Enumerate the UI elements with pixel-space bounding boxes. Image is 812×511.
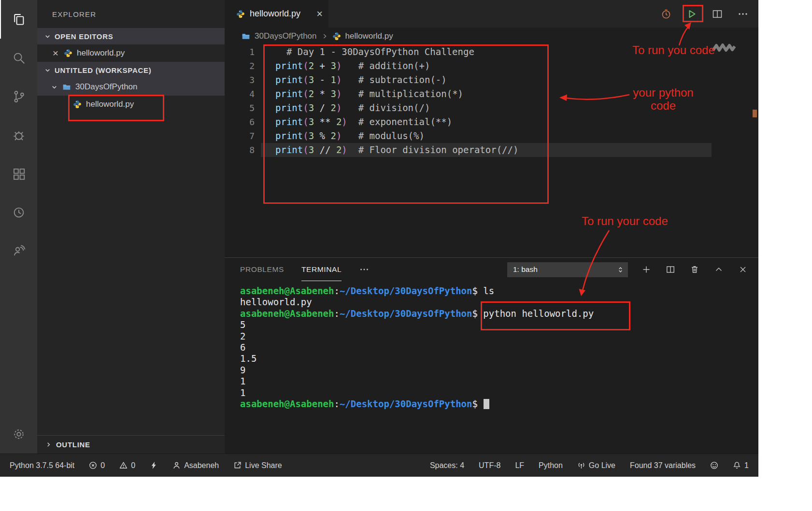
close-panel-icon[interactable] bbox=[738, 265, 748, 274]
status-bar: Python 3.7.5 64-bit00AsabenehLive Share … bbox=[0, 454, 758, 477]
python-file-icon bbox=[332, 32, 341, 41]
panel-actions bbox=[641, 265, 748, 274]
line-number: 5 bbox=[225, 101, 261, 115]
status-feedback-smiley[interactable] bbox=[710, 461, 718, 469]
clock-icon[interactable] bbox=[0, 193, 37, 232]
status-language-mode-label: Python bbox=[539, 461, 563, 470]
tab-helloworld[interactable]: helloworld.py × bbox=[225, 0, 328, 28]
error-icon bbox=[89, 461, 97, 469]
status-indentation[interactable]: Spaces: 4 bbox=[430, 461, 464, 470]
status-go-live[interactable]: Go Live bbox=[577, 461, 615, 470]
chevron-right-icon bbox=[321, 33, 328, 40]
code-line[interactable]: 2print(2 + 3) # addition(+) bbox=[225, 59, 758, 73]
lightning-icon bbox=[150, 461, 158, 469]
open-editors-label: OPEN EDITORS bbox=[55, 32, 113, 41]
code-lines: 1 # Day 1 - 30DaysOfPython Challenge2pri… bbox=[225, 45, 758, 157]
debug-icon[interactable] bbox=[0, 116, 37, 155]
breadcrumb-folder[interactable]: 30DaysOfPython bbox=[255, 31, 317, 41]
code-line[interactable]: 3print(3 - 1) # subtraction(-) bbox=[225, 73, 758, 87]
tab-problems[interactable]: PROBLEMS bbox=[240, 258, 284, 281]
status-variables-found[interactable]: Found 37 variables bbox=[630, 461, 696, 470]
status-eol-label: LF bbox=[515, 461, 524, 470]
search-icon[interactable] bbox=[0, 39, 37, 77]
code-editor[interactable]: 1 # Day 1 - 30DaysOfPython Challenge2pri… bbox=[225, 45, 758, 257]
terminal-line: 2 bbox=[240, 331, 758, 342]
status-indentation-label: Spaces: 4 bbox=[430, 461, 464, 470]
code-line[interactable]: 6print(3 ** 2) # exponential(**) bbox=[225, 115, 758, 129]
python-file-icon bbox=[236, 10, 245, 18]
status-problems-warnings[interactable]: 0 bbox=[119, 461, 135, 470]
close-icon[interactable]: × bbox=[52, 49, 59, 57]
open-editor-item[interactable]: × helloworld.py bbox=[37, 44, 225, 62]
maximize-panel-icon[interactable] bbox=[714, 265, 724, 274]
golive-icon bbox=[577, 461, 585, 469]
workspace-label: UNTITLED (WORKSPACE) bbox=[55, 66, 151, 74]
code-line[interactable]: 8print(3 // 2) # Floor division operator… bbox=[225, 143, 758, 157]
split-terminal-icon[interactable] bbox=[666, 265, 675, 274]
tab-label: helloworld.py bbox=[250, 9, 300, 19]
terminal-line: 6 bbox=[240, 342, 758, 353]
python-file-icon bbox=[73, 100, 82, 109]
kill-terminal-icon[interactable] bbox=[690, 265, 699, 274]
share-icon bbox=[233, 461, 242, 469]
status-encoding[interactable]: UTF-8 bbox=[479, 461, 500, 470]
split-editor-icon[interactable] bbox=[712, 8, 723, 20]
status-python-interpreter[interactable]: Python 3.7.5 64-bit bbox=[10, 461, 74, 470]
explorer-icon[interactable] bbox=[0, 0, 37, 39]
workspace-icon bbox=[242, 32, 250, 41]
settings-gear-icon[interactable] bbox=[0, 415, 37, 454]
terminal-line: asabeneh@Asabeneh:~/Desktop/30DaysOfPyth… bbox=[240, 398, 758, 410]
workspace-header[interactable]: UNTITLED (WORKSPACE) bbox=[37, 62, 225, 78]
breadcrumb-file[interactable]: helloworld.py bbox=[345, 31, 393, 41]
more-actions-icon[interactable] bbox=[737, 8, 749, 20]
status-eol[interactable]: LF bbox=[515, 461, 524, 470]
vscode-window: EXPLORER OPEN EDITORS × helloworld.py UN… bbox=[0, 0, 758, 477]
status-problems-errors[interactable]: 0 bbox=[89, 461, 105, 470]
run-button[interactable] bbox=[686, 8, 698, 20]
chevron-down-icon bbox=[51, 84, 58, 91]
close-icon[interactable]: × bbox=[316, 10, 323, 18]
code-line[interactable]: 7print(3 % 2) # modulus(%) bbox=[225, 129, 758, 143]
shell-selector[interactable]: 1: bash bbox=[507, 262, 628, 277]
terminal-panel: PROBLEMS TERMINAL 1: bash bbox=[225, 257, 758, 454]
person-icon bbox=[172, 461, 181, 469]
code-line[interactable]: 4print(2 * 3) # multiplication(*) bbox=[225, 87, 758, 101]
line-number: 3 bbox=[225, 73, 261, 87]
clock-icon[interactable] bbox=[660, 8, 672, 20]
liveshare-icon[interactable] bbox=[0, 232, 37, 270]
source-control-icon[interactable] bbox=[0, 77, 37, 116]
open-editors-header[interactable]: OPEN EDITORS bbox=[37, 28, 225, 44]
status-live-share[interactable]: Live Share bbox=[233, 461, 282, 470]
python-file-icon bbox=[64, 49, 72, 57]
terminal-line: 5 bbox=[240, 319, 758, 330]
status-notifications-label: 1 bbox=[744, 461, 749, 470]
status-python-interpreter-label: Python 3.7.5 64-bit bbox=[10, 461, 74, 470]
outline-section[interactable]: OUTLINE bbox=[37, 435, 225, 454]
line-number: 6 bbox=[225, 115, 261, 129]
code-line[interactable]: 5print(3 / 2) # division(/) bbox=[225, 101, 758, 115]
more-panel-tabs-icon[interactable] bbox=[359, 264, 370, 275]
line-number: 1 bbox=[225, 45, 261, 59]
chevron-down-icon bbox=[44, 67, 51, 74]
terminal-line: helloworld.py bbox=[240, 297, 758, 308]
terminal-output[interactable]: asabeneh@Asabeneh:~/Desktop/30DaysOfPyth… bbox=[225, 281, 758, 454]
open-editor-label: helloworld.py bbox=[77, 48, 125, 58]
status-notifications[interactable]: 1 bbox=[733, 461, 749, 470]
status-account[interactable]: Asabeneh bbox=[172, 461, 219, 470]
extensions-icon[interactable] bbox=[0, 155, 37, 193]
tree-folder-30daysofpython[interactable]: 30DaysOfPython bbox=[37, 78, 225, 96]
status-go-live-label: Go Live bbox=[589, 461, 615, 470]
status-lightning[interactable] bbox=[150, 461, 158, 469]
status-variables-found-label: Found 37 variables bbox=[630, 461, 696, 470]
terminal-line: 1 bbox=[240, 387, 758, 398]
code-line[interactable]: 1 # Day 1 - 30DaysOfPython Challenge bbox=[225, 45, 758, 59]
status-language-mode[interactable]: Python bbox=[539, 461, 563, 470]
tree-file-helloworld[interactable]: helloworld.py bbox=[37, 96, 225, 113]
tab-terminal[interactable]: TERMINAL bbox=[301, 258, 342, 281]
shell-selector-value: 1: bash bbox=[513, 265, 538, 274]
explorer-sidebar: EXPLORER OPEN EDITORS × helloworld.py UN… bbox=[37, 0, 225, 454]
bell-icon bbox=[733, 461, 741, 469]
new-terminal-icon[interactable] bbox=[641, 265, 651, 274]
terminal-line: 1 bbox=[240, 376, 758, 387]
line-number: 4 bbox=[225, 87, 261, 101]
